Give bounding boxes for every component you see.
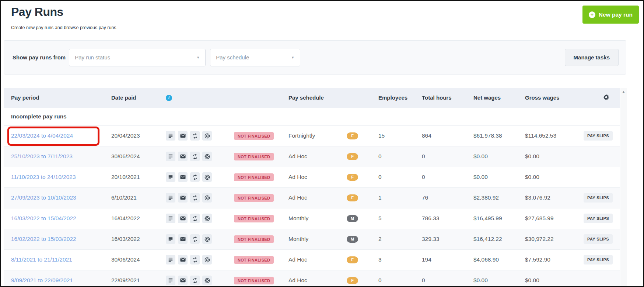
vertical-scrollbar[interactable]: ▲ [620,88,627,287]
pay-period-link[interactable]: 11/10/2023 to 24/10/2023 [11,174,76,180]
pay-run-row: 8/11/2021 to 21/11/2021 30/06/2024 [4,249,620,270]
payslip-report-icon [168,195,173,200]
pay-runs-table: Pay period Date paid i Pay schedule Empl… [4,88,620,287]
pay-schedule-select[interactable]: Pay schedule ▼ [210,49,300,66]
col-date-paid: Date paid [104,88,158,108]
pay-slips-button[interactable]: PAY SLIPS [584,234,613,244]
email-button[interactable] [178,214,188,223]
total-hours-cell: 864 [412,125,463,146]
email-button[interactable] [178,276,188,285]
payslip-report-button[interactable] [166,172,175,182]
email-icon [180,237,186,241]
payslip-report-button[interactable] [166,234,175,244]
pay-slips-button[interactable]: PAY SLIPS [584,214,613,223]
email-button[interactable] [178,172,188,182]
chevron-down-icon: ▼ [291,56,294,59]
support-button[interactable] [202,214,212,223]
col-net-wages: Net wages [463,88,515,108]
col-schedule-badge [339,88,368,108]
support-button[interactable] [202,234,212,244]
payslip-report-icon [168,133,173,138]
pay-slips-button[interactable]: PAY SLIPS [584,255,613,264]
col-gross-wages: Gross wages [515,88,572,108]
recalculate-button[interactable] [190,152,200,161]
scrollbar-up-arrow-icon[interactable]: ▲ [620,88,627,94]
section-label: Incomplete pay runs [4,108,620,125]
pay-slips-button[interactable]: PAY SLIPS [584,131,613,141]
support-button[interactable] [202,255,212,264]
payslip-report-button[interactable] [166,255,175,264]
pay-schedule-cell: Ad Hoc [281,249,339,270]
recalculate-button[interactable] [190,255,200,264]
employees-cell: 2 [368,229,412,249]
pay-period-link[interactable]: 16/02/2022 to 15/03/2022 [11,236,76,242]
recalculate-button[interactable] [190,214,200,223]
payslip-report-icon [168,174,173,180]
payslip-report-button[interactable] [166,214,175,223]
date-paid-cell: 22/09/2021 [104,270,158,287]
total-hours-cell: 786.33 [412,208,463,229]
net-wages-cell: $0.00 [463,167,515,187]
manage-tasks-button[interactable]: Manage tasks [565,49,619,66]
pay-period-link[interactable]: 8/11/2021 to 21/11/2021 [11,256,72,263]
support-button[interactable] [202,152,212,161]
new-pay-run-button[interactable]: + New pay run [582,6,639,24]
gear-icon[interactable] [603,95,609,101]
recalculate-button[interactable] [190,234,200,244]
payslip-report-button[interactable] [166,193,175,203]
schedule-letter-badge: F [347,194,358,201]
recalculate-icon [192,257,198,263]
payslip-report-button[interactable] [166,152,175,161]
pay-period-link[interactable]: 9/09/2021 to 22/09/2021 [11,277,73,283]
support-button[interactable] [202,131,212,141]
plus-circle-icon: + [589,11,595,18]
status-badge: NOT FINALISED [234,277,274,284]
total-hours-cell: 0 [412,146,463,167]
recalculate-icon [192,216,198,221]
pay-period-link[interactable]: 22/03/2024 to 4/04/2024 [11,132,73,139]
pay-period-link[interactable]: 27/09/2023 to 10/10/2023 [11,194,76,201]
email-button[interactable] [178,152,188,161]
recalculate-button[interactable] [190,172,200,182]
schedule-letter-badge: F [347,132,358,139]
email-button[interactable] [178,234,188,244]
table-body: Incomplete pay runs 22/03/2024 to 4/04/2… [4,108,620,287]
date-paid-cell: 6/10/2021 [104,187,158,208]
email-icon [180,175,186,179]
recalculate-button[interactable] [190,276,200,285]
total-hours-cell: 194 [412,249,463,270]
payslip-report-button[interactable] [166,131,175,141]
employees-cell: 0 [368,146,412,167]
schedule-letter-badge: F [347,174,358,181]
pay-schedule-cell: Monthly [281,229,339,249]
email-button[interactable] [178,255,188,264]
gross-wages-cell: $0.00 [515,146,572,167]
status-badge: NOT FINALISED [234,132,274,140]
support-icon [204,236,210,242]
status-badge: NOT FINALISED [234,256,274,264]
support-button[interactable] [202,193,212,203]
recalculate-button[interactable] [190,131,200,141]
pay-run-status-select[interactable]: Pay run status ▼ [69,49,206,66]
email-icon [180,216,186,221]
email-icon [180,154,186,159]
support-button[interactable] [202,276,212,285]
net-wages-cell: $4,068.90 [463,249,515,270]
email-button[interactable] [178,131,188,141]
total-hours-cell: 0 [412,167,463,187]
pay-period-link[interactable]: 16/03/2022 to 15/04/2022 [11,215,76,221]
pay-run-row: 16/03/2022 to 15/04/2022 16/04/2022 [4,208,620,229]
pay-schedule-cell: Monthly [281,208,339,229]
recalculate-icon [192,236,198,242]
employees-cell: 5 [368,208,412,229]
support-button[interactable] [202,172,212,182]
pay-period-link[interactable]: 25/10/2023 to 7/11/2023 [11,153,73,159]
recalculate-button[interactable] [190,193,200,203]
payslip-report-button[interactable] [166,276,175,285]
pay-slips-button[interactable]: PAY SLIPS [584,193,613,203]
info-icon[interactable]: i [166,95,172,101]
payslip-report-icon [168,278,173,283]
email-button[interactable] [178,193,188,203]
pay-schedule-cell: Ad Hoc [281,146,339,167]
section-row: Incomplete pay runs [4,108,620,125]
